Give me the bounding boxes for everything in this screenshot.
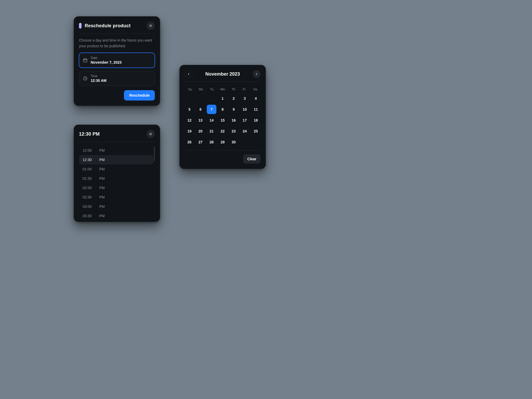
day-cell[interactable]: 8 <box>218 105 228 114</box>
day-cell[interactable]: 10 <box>240 105 250 114</box>
divider <box>185 150 261 151</box>
next-month-button[interactable] <box>253 70 261 78</box>
close-icon <box>149 24 152 28</box>
day-cell[interactable]: 4 <box>251 94 261 103</box>
weekday-label: Mo <box>196 85 207 93</box>
time-option[interactable]: 12:30PM <box>79 155 153 164</box>
day-cell[interactable]: 24 <box>240 127 250 136</box>
day-cell[interactable]: 12 <box>185 116 194 125</box>
day-cell[interactable]: 11 <box>251 105 261 114</box>
time-picker-panel: 12:30 PM 12:00PM12:30PM01:00PM01:30PM02:… <box>74 125 160 222</box>
time-option-hhmm: 03:30 <box>83 214 94 218</box>
day-cell[interactable]: 26 <box>185 137 194 147</box>
time-picker-title: 12:30 PM <box>79 131 100 137</box>
divider <box>79 142 155 142</box>
day-cell[interactable]: 13 <box>196 116 205 125</box>
reschedule-button[interactable]: Reschedule <box>124 90 155 101</box>
time-option-ampm: PM <box>99 214 105 218</box>
day-cell[interactable]: 22 <box>218 127 228 136</box>
divider <box>79 34 155 34</box>
day-cell[interactable]: 18 <box>251 116 261 125</box>
day-cell[interactable]: 5 <box>185 105 194 114</box>
date-field[interactable]: Date November 7, 2023 <box>79 53 155 68</box>
day-cell[interactable]: 16 <box>229 116 238 125</box>
day-cell[interactable]: 30 <box>229 137 238 147</box>
close-button[interactable] <box>147 22 155 30</box>
time-option-ampm: PM <box>99 186 105 190</box>
clock-icon <box>83 76 88 81</box>
day-cell[interactable]: 3 <box>240 94 250 103</box>
weekday-label: Sa <box>250 85 261 93</box>
time-option[interactable]: 02:00PM <box>79 183 153 192</box>
prev-month-button[interactable] <box>185 70 192 78</box>
day-cell[interactable]: 1 <box>218 94 228 103</box>
chevron-right-icon <box>255 72 258 76</box>
weekday-row: SuMoTuWeThFrSa <box>185 85 261 93</box>
time-field[interactable]: Time 12:30 AM <box>79 71 155 86</box>
time-option-hhmm: 02:00 <box>83 186 94 190</box>
calendar-icon <box>83 58 88 63</box>
date-value: November 7, 2023 <box>91 60 122 64</box>
panel-description: Choose a day and time in the future you … <box>79 37 155 49</box>
day-cell[interactable]: 20 <box>196 127 205 136</box>
accent-indicator <box>79 23 82 29</box>
day-cell[interactable]: 17 <box>240 116 250 125</box>
time-value: 12:30 AM <box>91 78 107 83</box>
weekday-label: Tu <box>206 85 217 93</box>
day-empty <box>196 94 205 103</box>
calendar-month-label: November 2023 <box>205 71 240 77</box>
time-option-ampm: PM <box>99 148 105 152</box>
day-cell[interactable]: 6 <box>196 105 205 114</box>
day-cell[interactable]: 29 <box>218 137 228 147</box>
day-cell[interactable]: 27 <box>196 137 205 147</box>
time-option[interactable]: 03:30PM <box>79 211 153 218</box>
day-cell[interactable]: 14 <box>207 116 216 125</box>
time-option-ampm: PM <box>99 204 105 209</box>
time-option[interactable]: 03:00PM <box>79 202 153 211</box>
day-cell[interactable]: 9 <box>229 105 238 114</box>
time-option-hhmm: 01:00 <box>83 167 94 171</box>
scrollbar-thumb[interactable] <box>154 147 155 161</box>
weekday-label: Su <box>185 85 196 93</box>
panel-title-row: Reschedule product <box>79 23 131 29</box>
time-option[interactable]: 12:00PM <box>79 146 153 155</box>
time-option-hhmm: 12:00 <box>83 148 94 152</box>
time-option-ampm: PM <box>99 176 105 181</box>
time-option-ampm: PM <box>99 167 105 171</box>
day-cell[interactable]: 2 <box>229 94 238 103</box>
days-grid: 1234567891011121314151617181920212223242… <box>185 94 261 147</box>
chevron-left-icon <box>187 72 190 76</box>
time-option-ampm: PM <box>99 158 105 162</box>
day-cell[interactable]: 23 <box>229 127 238 136</box>
time-option-hhmm: 12:30 <box>83 158 94 162</box>
day-empty <box>185 94 194 103</box>
time-option-hhmm: 02:30 <box>83 195 94 199</box>
day-cell[interactable]: 15 <box>218 116 228 125</box>
day-cell[interactable]: 28 <box>207 137 216 147</box>
time-option[interactable]: 01:30PM <box>79 174 153 183</box>
day-cell[interactable]: 21 <box>207 127 216 136</box>
svg-rect-2 <box>83 59 87 62</box>
weekday-label: Fr <box>239 85 250 93</box>
close-icon <box>149 132 152 136</box>
date-picker-panel: November 2023 SuMoTuWeThFrSa 12345678910… <box>179 65 266 169</box>
time-list: 12:00PM12:30PM01:00PM01:30PM02:00PM02:30… <box>79 146 153 218</box>
close-button[interactable] <box>147 130 155 138</box>
time-scroll[interactable]: 12:00PM12:30PM01:00PM01:30PM02:00PM02:30… <box>79 146 155 218</box>
divider <box>185 82 261 82</box>
panel-title: Reschedule product <box>85 23 131 29</box>
reschedule-panel: Reschedule product Choose a day and time… <box>74 16 160 106</box>
clear-button[interactable]: Clear <box>243 154 261 164</box>
day-cell[interactable]: 7 <box>207 105 216 114</box>
date-label: Date <box>91 56 122 60</box>
time-option-ampm: PM <box>99 195 105 199</box>
day-empty <box>207 94 216 103</box>
weekday-label: Th <box>228 85 239 93</box>
day-cell[interactable]: 25 <box>251 127 261 136</box>
time-option-hhmm: 01:30 <box>83 176 94 181</box>
time-option[interactable]: 01:00PM <box>79 164 153 174</box>
time-option-hhmm: 03:00 <box>83 204 94 209</box>
time-option[interactable]: 02:30PM <box>79 192 153 202</box>
time-label: Time <box>91 74 107 78</box>
day-cell[interactable]: 19 <box>185 127 194 136</box>
